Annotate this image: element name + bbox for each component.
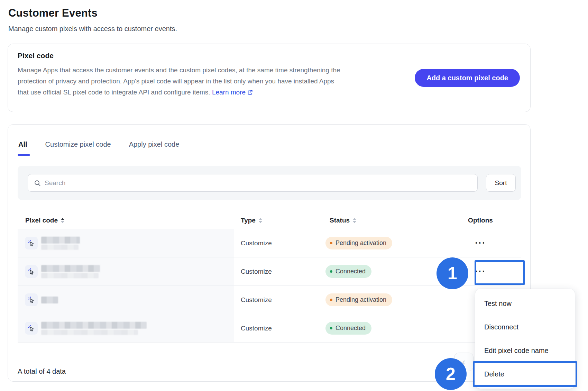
pixel-code-cell <box>18 286 234 314</box>
status-label: Connected <box>336 325 366 332</box>
pixel-code-card-description: Manage Apps that access the customer eve… <box>18 65 410 99</box>
pixel-cursor-icon <box>25 237 38 249</box>
status-label: Pending activation <box>336 296 386 303</box>
menu-item-label: Disconnect <box>484 323 518 331</box>
total-count-label: A total of 4 data <box>18 367 66 375</box>
status-label: Pending activation <box>336 239 386 247</box>
learn-more-link[interactable]: Learn more <box>212 89 253 96</box>
status-badge: Connected <box>325 265 371 278</box>
pixel-cursor-icon <box>25 293 38 306</box>
status-cell: Pending activation <box>322 286 440 314</box>
page-title: Customer Events <box>8 7 98 19</box>
step2-badge: 2 <box>435 358 467 390</box>
redacted-pixel-code-name <box>41 265 100 278</box>
more-options-icon[interactable]: ··· <box>475 239 486 247</box>
external-link-icon <box>247 88 253 99</box>
status-badge: Pending activation <box>325 293 392 306</box>
status-badge: Connected <box>325 322 371 335</box>
search-icon <box>34 180 41 187</box>
options-cell: ··· <box>440 229 521 257</box>
pixel-code-cell <box>18 314 234 342</box>
menu-item-label: Delete <box>484 370 504 378</box>
column-label: Type <box>241 217 256 224</box>
column-header-pixel-code[interactable]: Pixel code <box>18 217 234 224</box>
type-cell: Customize <box>234 257 322 285</box>
page-subtitle: Manage custom pixels with access to cust… <box>8 25 177 33</box>
search-panel: Sort <box>18 166 521 200</box>
table-row: Customize Pending activation ··· <box>18 229 521 257</box>
status-cell: Connected <box>322 314 440 342</box>
customer-events-page: Customer Events Manage custom pixels wit… <box>0 0 588 391</box>
status-dot-icon <box>330 327 332 329</box>
type-cell: Customize <box>234 286 322 314</box>
description-line-3: that use official SL pixel code to integ… <box>18 89 210 96</box>
status-dot-icon <box>330 270 332 273</box>
add-custom-pixel-code-button[interactable]: Add a custom pixel code <box>415 69 520 87</box>
status-cell: Pending activation <box>322 229 440 257</box>
status-dot-icon <box>330 242 332 244</box>
redacted-pixel-code-name <box>41 297 58 303</box>
sort-button[interactable]: Sort <box>486 174 516 192</box>
learn-more-label: Learn more <box>212 89 246 96</box>
column-header-status[interactable]: Status <box>322 217 440 224</box>
pixel-code-cell <box>18 229 234 257</box>
table-header: Pixel codeTypeStatusOptions <box>18 212 521 229</box>
menu-item-delete[interactable]: Delete <box>475 362 575 386</box>
tab-customize-pixel-code[interactable]: Customize pixel code <box>45 140 111 148</box>
description-line-2: protection of privacy and protection. Ap… <box>18 78 334 85</box>
table-row: Customize Connected ··· <box>18 314 521 343</box>
description-line-1: Manage Apps that access the customer eve… <box>18 66 340 74</box>
pixel-cursor-icon <box>25 265 38 278</box>
column-header-options: Options <box>440 217 521 224</box>
pixel-code-cell <box>18 257 234 285</box>
tabs-divider <box>8 156 530 156</box>
step1-badge: 1 <box>437 257 468 289</box>
pixel-code-card-title: Pixel code <box>18 52 54 60</box>
status-cell: Connected <box>322 257 440 285</box>
tabs: AllCustomize pixel codeApply pixel code <box>18 140 179 148</box>
column-label: Pixel code <box>25 217 58 224</box>
search-input[interactable] <box>45 174 474 191</box>
column-label: Status <box>330 217 350 224</box>
redacted-pixel-code-name <box>41 322 147 335</box>
tab-all[interactable]: All <box>18 140 27 148</box>
redacted-pixel-code-name <box>41 237 80 250</box>
pixel-code-card: Pixel code Manage Apps that access the c… <box>8 44 531 112</box>
column-label: Options <box>468 217 493 224</box>
tab-apply-pixel-code[interactable]: Apply pixel code <box>129 140 180 148</box>
menu-item-disconnect[interactable]: Disconnect <box>475 315 575 339</box>
column-header-type[interactable]: Type <box>234 217 322 224</box>
status-dot-icon <box>330 299 332 301</box>
type-cell: Customize <box>234 229 322 257</box>
status-badge: Pending activation <box>325 237 392 249</box>
search-box[interactable] <box>28 174 478 192</box>
sort-arrows-icon[interactable] <box>61 218 64 223</box>
menu-item-test-now[interactable]: Test now <box>475 292 575 315</box>
menu-item-edit-pixel-code-name[interactable]: Edit pixel code name <box>475 339 575 362</box>
pixel-cursor-icon <box>25 322 38 335</box>
menu-item-label: Edit pixel code name <box>484 347 549 355</box>
row-options-context-menu: Test nowDisconnectEdit pixel code nameDe… <box>475 289 575 389</box>
status-label: Connected <box>336 268 366 275</box>
type-cell: Customize <box>234 314 322 342</box>
table-row: Customize Pending activation ··· <box>18 286 521 314</box>
menu-item-label: Test now <box>484 300 512 308</box>
sort-arrows-icon[interactable] <box>259 218 262 223</box>
sort-arrows-icon[interactable] <box>353 218 356 223</box>
step1-highlight-ring <box>475 260 525 285</box>
pixel-list-card: AllCustomize pixel codeApply pixel code … <box>8 124 531 382</box>
